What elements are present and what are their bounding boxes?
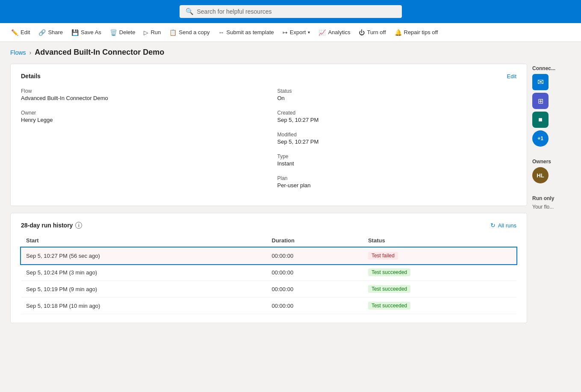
run-history-card: 28-day run history i ↻ All runs Start Du…	[10, 213, 527, 323]
status-value: On	[277, 95, 517, 101]
share-button[interactable]: 🔗 Share	[34, 27, 67, 38]
details-left: Flow Advanced Built-In Connector Demo Ow…	[21, 88, 269, 197]
main-layout: Details Edit Flow Advanced Built-In Conn…	[0, 59, 581, 328]
top-bar: 🔍 Search for helpful resources	[0, 0, 581, 23]
save-as-icon: 💾	[71, 29, 79, 36]
breadcrumb-current: Advanced Built-In Connector Demo	[35, 48, 164, 57]
export-button[interactable]: ↦ Export ▾	[278, 27, 315, 38]
table-row[interactable]: Sep 5, 10:19 PM (9 min ago)00:00:00Test …	[21, 281, 516, 298]
all-runs-button[interactable]: ↻ All runs	[490, 222, 516, 229]
owner-avatar[interactable]: HL	[532, 167, 549, 183]
toolbar: ✏️ Edit 🔗 Share 💾 Save As 🗑️ Delete ▷ Ru…	[0, 23, 581, 42]
connector-forms-icon[interactable]: ■	[532, 112, 549, 128]
share-icon: 🔗	[38, 29, 46, 36]
connector-more-button[interactable]: +1	[532, 130, 549, 147]
run-status: Test failed	[363, 248, 516, 264]
details-right: Status On Created Sep 5, 10:27 PM Modifi…	[269, 88, 517, 197]
type-label: Type	[277, 153, 517, 159]
details-card-header: Details Edit	[21, 73, 516, 80]
detail-owner: Owner Henry Legge	[21, 110, 260, 123]
right-column: Connec... ✉ ⊞ ■ +1 Owners HL Run only Yo…	[532, 64, 571, 210]
owner-value: Henry Legge	[21, 117, 260, 123]
run-start: Sep 5, 10:24 PM (3 min ago)	[21, 264, 267, 281]
table-row[interactable]: Sep 5, 10:24 PM (3 min ago)00:00:00Test …	[21, 264, 516, 281]
run-start: Sep 5, 10:27 PM (56 sec ago)	[21, 248, 267, 264]
connector-mail-icon[interactable]: ✉	[532, 74, 549, 90]
col-start: Start	[21, 234, 267, 248]
search-placeholder: Search for helpful resources	[197, 8, 272, 15]
search-icon: 🔍	[186, 8, 194, 15]
run-history-title-group: 28-day run history i	[21, 222, 82, 229]
edit-button[interactable]: ✏️ Edit	[7, 27, 34, 38]
refresh-icon: ↻	[490, 222, 495, 229]
breadcrumb-separator: ›	[29, 49, 32, 56]
repair-tips-icon: 🔔	[395, 29, 402, 36]
detail-type: Type Instant	[277, 153, 517, 167]
status-label: Status	[277, 88, 517, 94]
created-label: Created	[277, 110, 517, 116]
breadcrumb-parent[interactable]: Flows	[10, 49, 26, 56]
owner-label: Owner	[21, 110, 260, 116]
run-duration: 00:00:00	[267, 248, 363, 264]
connector-teams-icon[interactable]: ⊞	[532, 93, 549, 109]
connectors-section: Connec... ✉ ⊞ ■ +1	[532, 65, 570, 147]
run-history-title: 28-day run history	[21, 222, 73, 229]
edit-icon: ✏️	[11, 29, 18, 36]
repair-tips-button[interactable]: 🔔 Repair tips off	[390, 27, 442, 38]
search-box[interactable]: 🔍 Search for helpful resources	[180, 5, 402, 18]
status-badge: Test succeeded	[368, 285, 410, 293]
detail-created: Created Sep 5, 10:27 PM	[277, 110, 517, 123]
owners-section: Owners HL	[532, 159, 570, 183]
details-title: Details	[21, 73, 41, 80]
run-duration: 00:00:00	[267, 281, 363, 298]
analytics-button[interactable]: 📈 Analytics	[314, 27, 354, 38]
detail-plan: Plan Per-user plan	[277, 175, 517, 189]
run-icon: ▷	[144, 29, 148, 36]
run-status: Test succeeded	[363, 264, 516, 281]
run-status: Test succeeded	[363, 298, 516, 314]
save-as-button[interactable]: 💾 Save As	[67, 27, 106, 38]
col-duration: Duration	[267, 234, 363, 248]
export-icon: ↦	[283, 29, 288, 36]
left-column: Details Edit Flow Advanced Built-In Conn…	[10, 64, 527, 323]
plan-label: Plan	[277, 175, 517, 181]
modified-value: Sep 5, 10:27 PM	[277, 139, 517, 145]
run-history-info-icon[interactable]: i	[75, 222, 82, 229]
send-copy-button[interactable]: 📋 Send a copy	[165, 27, 214, 38]
send-copy-icon: 📋	[169, 29, 177, 36]
turn-off-icon: ⏻	[359, 29, 365, 36]
run-button[interactable]: ▷ Run	[139, 27, 165, 38]
run-only-title: Run only	[532, 195, 570, 201]
submit-template-button[interactable]: ↔ Submit as template	[214, 27, 278, 38]
created-value: Sep 5, 10:27 PM	[277, 117, 517, 123]
run-start: Sep 5, 10:18 PM (10 min ago)	[21, 298, 267, 314]
export-chevron-icon: ▾	[308, 30, 310, 35]
details-edit-button[interactable]: Edit	[507, 73, 516, 80]
details-grid: Flow Advanced Built-In Connector Demo Ow…	[21, 88, 516, 197]
plan-value: Per-user plan	[277, 182, 517, 189]
flow-label: Flow	[21, 88, 260, 94]
run-history-header: 28-day run history i ↻ All runs	[21, 222, 516, 229]
flow-value: Advanced Built-In Connector Demo	[21, 95, 260, 101]
run-history-table: Start Duration Status Sep 5, 10:27 PM (5…	[21, 234, 516, 314]
details-card: Details Edit Flow Advanced Built-In Conn…	[10, 64, 527, 206]
delete-icon: 🗑️	[110, 29, 117, 36]
detail-status: Status On	[277, 88, 517, 101]
delete-button[interactable]: 🗑️ Delete	[106, 27, 140, 38]
modified-label: Modified	[277, 132, 517, 138]
status-badge: Test succeeded	[368, 302, 410, 309]
status-badge: Test succeeded	[368, 268, 410, 276]
table-row[interactable]: Sep 5, 10:18 PM (10 min ago)00:00:00Test…	[21, 298, 516, 314]
turn-off-button[interactable]: ⏻ Turn off	[354, 27, 390, 38]
table-row[interactable]: Sep 5, 10:27 PM (56 sec ago)00:00:00Test…	[21, 248, 516, 264]
detail-flow: Flow Advanced Built-In Connector Demo	[21, 88, 260, 101]
table-header-row: Start Duration Status	[21, 234, 516, 248]
detail-modified: Modified Sep 5, 10:27 PM	[277, 132, 517, 145]
submit-template-icon: ↔	[218, 29, 224, 36]
run-duration: 00:00:00	[267, 264, 363, 281]
col-status: Status	[363, 234, 516, 248]
status-badge: Test failed	[368, 252, 398, 259]
connectors-title: Connec...	[532, 65, 570, 71]
run-start: Sep 5, 10:19 PM (9 min ago)	[21, 281, 267, 298]
analytics-icon: 📈	[319, 29, 326, 36]
